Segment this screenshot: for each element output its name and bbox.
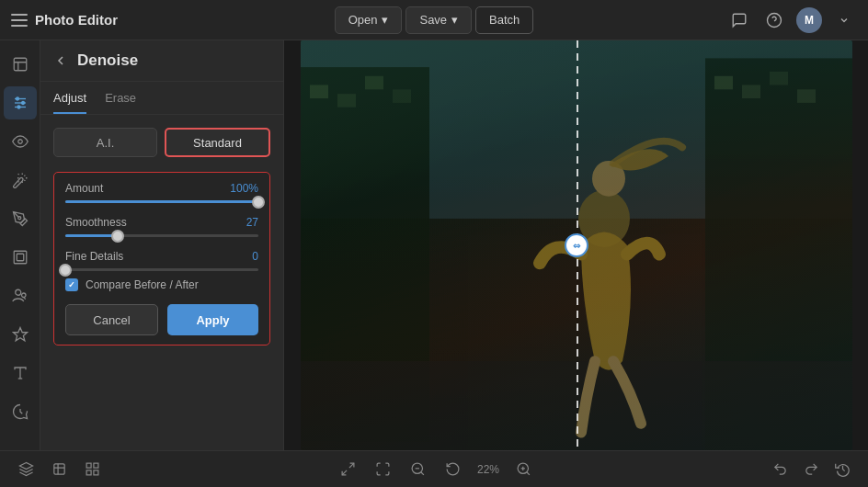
tab-adjust[interactable]: Adjust	[53, 91, 86, 114]
panel: Denoise Adjust Erase A.I. Standard	[40, 40, 284, 450]
sidebar-item-sparkle[interactable]	[4, 318, 37, 351]
denoise-content: A.I. Standard Amount 100%	[40, 115, 283, 450]
svg-point-7	[21, 102, 24, 105]
chevron-down-icon[interactable]	[831, 7, 857, 33]
amount-label: Amount	[65, 182, 103, 195]
app-title: Photo Editor	[35, 12, 118, 28]
svg-rect-23	[393, 89, 411, 103]
fit-icon[interactable]	[372, 459, 394, 481]
svg-rect-34	[86, 463, 91, 468]
topbar: Photo Editor Open ▾ Save ▾ Batch M	[0, 0, 868, 40]
sidebar-item-person[interactable]	[4, 48, 37, 81]
compare-checkbox[interactable]: ✓	[65, 278, 78, 291]
sidebar-item-group[interactable]	[4, 279, 37, 312]
back-button[interactable]	[53, 53, 68, 68]
svg-rect-21	[337, 94, 356, 108]
svg-rect-12	[17, 254, 24, 261]
panel-tabs: Adjust Erase	[40, 82, 283, 115]
apply-button[interactable]: Apply	[167, 304, 258, 335]
smoothness-track[interactable]	[65, 234, 258, 237]
help-icon[interactable]	[761, 7, 787, 33]
stickers-bottom-icon[interactable]	[48, 459, 70, 481]
sidebar-item-text[interactable]	[4, 357, 37, 390]
svg-rect-28	[797, 89, 816, 103]
menu-icon[interactable]	[11, 14, 28, 27]
compare-handle[interactable]: ⇔	[565, 233, 588, 257]
sidebar-item-paint[interactable]	[4, 202, 37, 235]
action-buttons: Cancel Apply	[65, 304, 258, 335]
sidebar-item-frame[interactable]	[4, 241, 37, 274]
panel-title: Denoise	[77, 51, 138, 70]
svg-rect-11	[14, 251, 27, 264]
smoothness-slider-group: Smoothness 27	[65, 216, 258, 237]
svg-rect-22	[365, 76, 383, 90]
bottom-bar: 22%	[0, 450, 868, 487]
compare-row: ✓ Compare Before / After	[65, 278, 258, 291]
svg-rect-27	[770, 72, 788, 85]
sidebar	[0, 40, 40, 450]
amount-thumb[interactable]	[252, 196, 265, 209]
open-button[interactable]: Open ▾	[335, 6, 403, 34]
amount-fill	[65, 200, 258, 203]
svg-rect-36	[93, 470, 97, 475]
fine-details-thumb[interactable]	[59, 264, 72, 277]
zoom-out-icon[interactable]	[407, 459, 429, 481]
fine-details-value: 0	[252, 250, 258, 263]
svg-point-6	[16, 97, 18, 100]
svg-point-8	[17, 106, 20, 108]
svg-rect-26	[742, 85, 760, 98]
svg-point-10	[17, 217, 20, 220]
canvas-area: ⇔	[284, 40, 868, 450]
smoothness-label: Smoothness	[65, 216, 127, 229]
expand-icon[interactable]	[337, 459, 360, 481]
mode-buttons: A.I. Standard	[53, 128, 270, 157]
svg-rect-2	[14, 58, 27, 71]
mode-standard-button[interactable]: Standard	[165, 128, 270, 157]
fine-details-slider-group: Fine Details 0	[65, 250, 258, 271]
save-button[interactable]: Save ▾	[405, 6, 472, 34]
cancel-button[interactable]: Cancel	[65, 304, 158, 335]
bottom-left	[15, 459, 103, 481]
svg-rect-35	[93, 463, 97, 468]
undo-icon[interactable]	[769, 459, 791, 481]
avatar[interactable]: M	[796, 7, 822, 33]
bottom-center: 22%	[337, 459, 534, 481]
reset-zoom-icon[interactable]	[442, 459, 464, 481]
svg-rect-37	[86, 470, 91, 475]
svg-marker-15	[13, 328, 27, 341]
fine-details-label: Fine Details	[65, 250, 123, 263]
amount-track[interactable]	[65, 200, 258, 203]
svg-line-38	[349, 463, 354, 468]
main-area: Denoise Adjust Erase A.I. Standard	[0, 40, 868, 450]
svg-rect-20	[310, 85, 328, 98]
sidebar-item-eye[interactable]	[4, 125, 37, 158]
svg-line-41	[421, 472, 424, 475]
topbar-left: Photo Editor	[11, 12, 335, 28]
grid-icon[interactable]	[81, 459, 103, 481]
sidebar-item-sticker[interactable]	[4, 395, 37, 428]
sidebar-item-magic[interactable]	[4, 164, 37, 197]
zoom-level: 22%	[477, 463, 499, 476]
tab-erase[interactable]: Erase	[105, 91, 136, 114]
svg-line-39	[343, 470, 348, 475]
layers-icon[interactable]	[15, 459, 37, 481]
zoom-in-icon[interactable]	[512, 459, 534, 481]
svg-point-9	[17, 140, 22, 144]
chat-icon[interactable]	[726, 7, 752, 33]
smoothness-thumb[interactable]	[111, 230, 124, 243]
smoothness-label-row: Smoothness 27	[65, 216, 258, 229]
batch-button[interactable]: Batch	[475, 6, 533, 34]
topbar-right: M	[533, 7, 857, 33]
redo-icon[interactable]	[800, 459, 822, 481]
sidebar-item-sliders[interactable]	[4, 86, 37, 119]
panel-header: Denoise	[40, 40, 283, 82]
compare-label: Compare Before / After	[86, 278, 199, 291]
photo-background[interactable]: ⇔	[301, 40, 852, 450]
svg-rect-33	[53, 464, 63, 474]
svg-point-13	[15, 289, 20, 295]
photo-container: ⇔	[301, 40, 852, 450]
fine-details-track[interactable]	[65, 268, 258, 271]
mode-ai-button[interactable]: A.I.	[53, 128, 157, 157]
history-icon[interactable]	[831, 459, 853, 481]
bottom-right	[769, 459, 853, 481]
